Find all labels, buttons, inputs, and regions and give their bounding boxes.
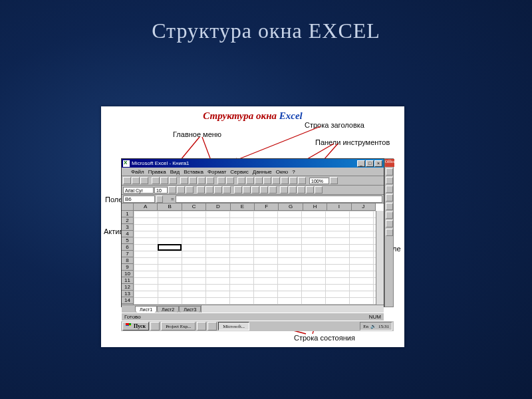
col-F[interactable]: F: [255, 203, 279, 210]
row-3[interactable]: 3: [122, 224, 133, 231]
col-B[interactable]: B: [158, 203, 182, 210]
sheet-tab-2[interactable]: Лист2: [157, 306, 179, 313]
tray-volume-icon[interactable]: 🔊: [370, 324, 376, 329]
font-select[interactable]: Arial Cyr: [123, 187, 154, 194]
col-H[interactable]: H: [303, 203, 327, 210]
sheet-tab-3[interactable]: Лист3: [179, 306, 201, 313]
hyperlink-icon[interactable]: [237, 177, 245, 184]
spellcheck-icon[interactable]: [169, 177, 177, 184]
taskbar-item-active[interactable]: Microsoft...: [218, 322, 249, 331]
function-icon[interactable]: [255, 177, 263, 184]
office-shortcut-icon[interactable]: [386, 194, 393, 201]
maximize-button[interactable]: □: [366, 160, 374, 167]
sort-desc-icon[interactable]: [272, 177, 280, 184]
office-shortcut-icon[interactable]: [386, 211, 393, 219]
help-icon[interactable]: [330, 177, 338, 184]
comma-icon[interactable]: [251, 186, 259, 194]
office-shortcut-icon[interactable]: [386, 220, 393, 227]
office-shortcut-icon[interactable]: [386, 203, 393, 210]
menu-tools[interactable]: Сервис: [230, 169, 248, 175]
row-6[interactable]: 6: [122, 244, 133, 251]
italic-icon[interactable]: [177, 186, 185, 194]
row-9[interactable]: 9: [122, 264, 133, 271]
office-shortcut-icon[interactable]: [386, 168, 393, 176]
tray-lang[interactable]: En: [363, 324, 368, 329]
print-icon[interactable]: [152, 177, 160, 184]
font-size-select[interactable]: 10: [154, 187, 168, 194]
close-button[interactable]: ×: [374, 160, 382, 167]
start-button[interactable]: Пуск: [122, 322, 149, 331]
align-center-icon[interactable]: [205, 186, 213, 194]
currency-icon[interactable]: [234, 186, 242, 194]
sheet-tab-1[interactable]: Лист1: [135, 306, 157, 313]
chart-wizard-icon[interactable]: [281, 177, 289, 184]
underline-icon[interactable]: [186, 186, 194, 194]
select-all-corner[interactable]: [122, 203, 134, 211]
menu-view[interactable]: Вид: [170, 169, 180, 175]
decrease-decimal-icon[interactable]: [269, 186, 277, 194]
format-painter-icon[interactable]: [206, 177, 214, 184]
increase-decimal-icon[interactable]: [260, 186, 268, 194]
menu-file[interactable]: Файл: [131, 169, 144, 175]
fill-color-icon[interactable]: [306, 186, 314, 194]
row-14[interactable]: 14: [122, 297, 133, 304]
formula-input[interactable]: [176, 196, 382, 203]
name-box[interactable]: B6: [123, 196, 155, 203]
sort-asc-icon[interactable]: [263, 177, 271, 184]
drawing-icon[interactable]: [298, 177, 306, 184]
row-4[interactable]: 4: [122, 231, 133, 237]
increase-indent-icon[interactable]: [289, 186, 297, 194]
open-icon[interactable]: [132, 177, 140, 184]
office-shortcut-icon[interactable]: [386, 229, 393, 236]
taskbar-item[interactable]: [207, 322, 217, 331]
save-icon[interactable]: [140, 177, 148, 184]
bold-icon[interactable]: [168, 186, 176, 194]
menu-window[interactable]: Окно: [276, 169, 289, 175]
menu-format[interactable]: Формат: [207, 169, 226, 175]
taskbar-item[interactable]: [197, 322, 206, 331]
font-color-icon[interactable]: [315, 186, 323, 194]
row-2[interactable]: 2: [122, 217, 133, 224]
name-box-dropdown-icon[interactable]: [156, 196, 163, 203]
menu-edit[interactable]: Правка: [148, 169, 166, 175]
preview-icon[interactable]: [160, 177, 168, 184]
row-12[interactable]: 12: [122, 284, 133, 291]
row-11[interactable]: 11: [122, 277, 133, 284]
cell-grid[interactable]: [134, 211, 376, 305]
cut-icon[interactable]: [180, 177, 188, 184]
col-E[interactable]: E: [231, 203, 255, 210]
redo-icon[interactable]: [226, 177, 234, 184]
row-5[interactable]: 5: [122, 237, 133, 244]
row-10[interactable]: 10: [122, 271, 133, 277]
row-1[interactable]: 1: [122, 211, 133, 217]
active-cell[interactable]: [158, 244, 182, 251]
menu-data[interactable]: Данные: [253, 169, 272, 175]
row-7[interactable]: 7: [122, 251, 133, 257]
col-D[interactable]: D: [206, 203, 230, 210]
col-G[interactable]: G: [279, 203, 303, 210]
vertical-scrollbar[interactable]: [376, 211, 384, 305]
taskbar-item[interactable]: Project Exp...: [161, 322, 196, 331]
menu-help[interactable]: ?: [292, 169, 295, 175]
row-13[interactable]: 13: [122, 291, 133, 297]
office-shortcut-icon[interactable]: [386, 177, 393, 184]
align-right-icon[interactable]: [214, 186, 222, 194]
col-J[interactable]: J: [352, 203, 376, 210]
copy-icon[interactable]: [189, 177, 197, 184]
col-I[interactable]: I: [327, 203, 351, 210]
minimize-button[interactable]: _: [357, 160, 365, 167]
percent-icon[interactable]: [243, 186, 251, 194]
borders-icon[interactable]: [297, 186, 305, 194]
col-A[interactable]: A: [134, 203, 158, 210]
map-icon[interactable]: [289, 177, 297, 184]
merge-center-icon[interactable]: [223, 186, 231, 194]
col-C[interactable]: C: [182, 203, 206, 210]
horizontal-scrollbar[interactable]: [201, 305, 384, 313]
menu-insert[interactable]: Вставка: [184, 169, 203, 175]
office-shortcut-icon[interactable]: [386, 186, 393, 193]
undo-icon[interactable]: [217, 177, 225, 184]
align-left-icon[interactable]: [197, 186, 205, 194]
autosum-icon[interactable]: [246, 177, 254, 184]
new-icon[interactable]: [123, 177, 131, 184]
row-8[interactable]: 8: [122, 257, 133, 264]
